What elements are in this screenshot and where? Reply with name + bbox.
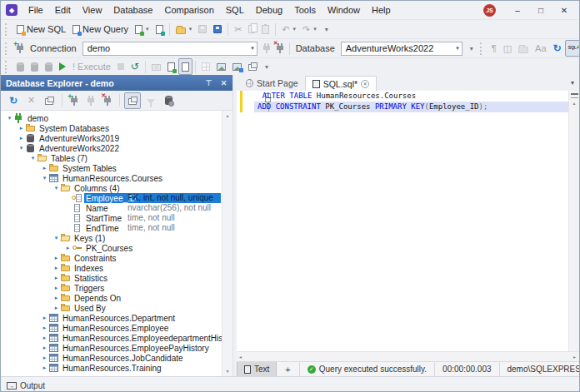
tree-item[interactable]: ▸HumanResources.Department: [1, 313, 232, 323]
expand-arrow-icon[interactable]: ▸: [41, 325, 48, 331]
script-folder-button[interactable]: [515, 40, 532, 57]
undo-button[interactable]: ↶▾: [278, 21, 299, 37]
minimize-button[interactable]: –: [506, 2, 529, 17]
tree-item[interactable]: ▾demo: [1, 113, 232, 123]
expand-arrow-icon[interactable]: ▸: [41, 365, 48, 371]
tree-item[interactable]: ▸AdventureWorks2019: [1, 133, 232, 143]
tab-start-page[interactable]: Start Page: [239, 76, 305, 91]
add-results-pane-button[interactable]: [229, 58, 245, 75]
window-layout-button[interactable]: [245, 58, 260, 75]
scroll-down-icon[interactable]: ▾: [226, 368, 228, 375]
maximize-button[interactable]: □: [529, 2, 552, 17]
tree-item[interactable]: ▾Tables (7): [1, 153, 232, 163]
collapse-arrow-icon[interactable]: ▾: [6, 115, 13, 122]
menu-database[interactable]: Database: [108, 2, 158, 17]
expand-arrow-icon[interactable]: ▸: [52, 295, 60, 301]
expand-arrow-icon[interactable]: ▸: [52, 265, 60, 271]
menu-file[interactable]: File: [22, 2, 49, 17]
pin-results-button[interactable]: [178, 58, 192, 75]
pin-icon[interactable]: ⊤: [202, 77, 215, 89]
expand-arrow-icon[interactable]: ▸: [64, 245, 72, 251]
filter-button[interactable]: [142, 92, 159, 109]
menu-help[interactable]: Help: [366, 2, 397, 17]
save-button[interactable]: [195, 21, 210, 37]
execute-button[interactable]: [56, 58, 69, 75]
refresh-button[interactable]: ↻: [550, 40, 565, 57]
tree-item[interactable]: ▸Statistics: [1, 273, 232, 283]
menu-tools[interactable]: Tools: [288, 2, 322, 17]
query-profiler-button[interactable]: [148, 58, 164, 75]
results-tab-text[interactable]: Text: [237, 362, 277, 376]
find-object-button[interactable]: ◫: [500, 40, 515, 57]
copy-button[interactable]: [245, 21, 258, 37]
tree-item[interactable]: ▾HumanResources.Courses: [1, 173, 232, 183]
disconnect-button[interactable]: [273, 40, 287, 57]
scroll-up-icon[interactable]: ▴: [572, 100, 575, 107]
expand-arrow-icon[interactable]: ▸: [41, 315, 48, 321]
tree-item[interactable]: ▸HumanResources.JobCandidate: [1, 353, 232, 363]
tab-list-button[interactable]: ▾: [566, 79, 579, 87]
disconnect-button[interactable]: [100, 92, 115, 109]
manage-database-button[interactable]: [13, 58, 28, 75]
new-connection-button[interactable]: [13, 40, 27, 57]
scroll-up-icon[interactable]: ▴: [226, 112, 228, 119]
expand-arrow-icon[interactable]: ▸: [41, 355, 48, 361]
close-tab-icon[interactable]: ✕: [361, 80, 369, 88]
link-to-editor-button[interactable]: [124, 92, 141, 109]
tree-item[interactable]: ▸Constraints: [1, 253, 232, 263]
tab-sql-document[interactable]: SQL.sql*✕: [305, 76, 377, 91]
new-document-button[interactable]: ▾: [132, 21, 152, 37]
refresh-button[interactable]: ↻: [5, 92, 22, 109]
toolbar-options-button[interactable]: ▾: [320, 21, 333, 37]
tree-scrollbar[interactable]: ▴ ▾: [222, 111, 232, 376]
expand-arrow-icon[interactable]: ▸: [52, 285, 60, 291]
output-tab[interactable]: Output: [20, 381, 45, 390]
tree-item[interactable]: ▾AdventureWorks2022: [1, 143, 232, 153]
expand-arrow-icon[interactable]: ▸: [52, 305, 60, 311]
scroll-left-icon[interactable]: ◂: [239, 354, 242, 360]
database-options-button[interactable]: ▾: [465, 40, 478, 57]
splitter-handle-icon[interactable]: [571, 93, 578, 98]
results-pane-button[interactable]: [213, 58, 229, 75]
database-select[interactable]: AdventureWorks2022▾: [341, 42, 462, 56]
editor-hscrollbar[interactable]: ◂ ▸: [237, 351, 579, 361]
menu-sql[interactable]: SQL: [220, 2, 250, 17]
menu-view[interactable]: View: [77, 2, 108, 17]
cut-button[interactable]: ✂: [231, 21, 245, 37]
sql-editor[interactable]: −ALTER TABLE HumanResources.CoursesADD C…: [237, 91, 579, 351]
tree-item[interactable]: ▸System Tables: [1, 163, 232, 173]
paste-button[interactable]: [258, 21, 272, 37]
tree-item[interactable]: ▸Indexes: [1, 263, 232, 273]
menu-window[interactable]: Window: [322, 2, 366, 17]
connect-button[interactable]: [83, 92, 98, 109]
properties-button[interactable]: [41, 92, 58, 109]
tree-item[interactable]: StartTimetime, not null: [1, 213, 232, 223]
open-file-button[interactable]: ▾: [172, 21, 196, 37]
tree-item[interactable]: ▸Used By: [1, 303, 232, 313]
tree-item[interactable]: ▸HumanResources.Employee: [1, 323, 232, 333]
connect-button[interactable]: [260, 40, 273, 57]
tree-item[interactable]: ▸Triggers: [1, 283, 232, 293]
execute-script-button[interactable]: !Execute: [69, 58, 114, 75]
stop-button[interactable]: [114, 58, 128, 75]
menu-debug[interactable]: Debug: [250, 2, 288, 17]
menu-comparison[interactable]: Comparison: [158, 2, 219, 17]
tree-item[interactable]: ▸HumanResources.EmployeedepartmentHistor…: [1, 333, 232, 343]
database-tasks-button[interactable]: [28, 58, 42, 75]
new-connection-document-button[interactable]: [152, 21, 167, 37]
database-backup-button[interactable]: [42, 58, 56, 75]
editor-vscrollbar[interactable]: ▴: [568, 91, 579, 351]
code-area[interactable]: −ALTER TABLE HumanResources.CoursesADD C…: [237, 91, 568, 351]
expand-arrow-icon[interactable]: ▸: [52, 255, 60, 261]
redo-button[interactable]: ↷▾: [299, 21, 320, 37]
tree-item[interactable]: ▸HumanResources.EmployeePayHistory: [1, 343, 232, 353]
explorer-settings-button[interactable]: [161, 92, 177, 109]
expand-arrow-icon[interactable]: ▸: [41, 165, 48, 171]
export-results-button[interactable]: [164, 58, 178, 75]
format-sql-button[interactable]: ¶: [488, 40, 500, 57]
tree-item[interactable]: ▾Columns (4): [1, 183, 232, 193]
scroll-right-icon[interactable]: ▸: [573, 354, 576, 360]
connection-select[interactable]: demo▾: [82, 42, 258, 56]
add-results-tab-button[interactable]: +: [277, 365, 298, 375]
query-history-button[interactable]: ↺: [128, 58, 142, 75]
